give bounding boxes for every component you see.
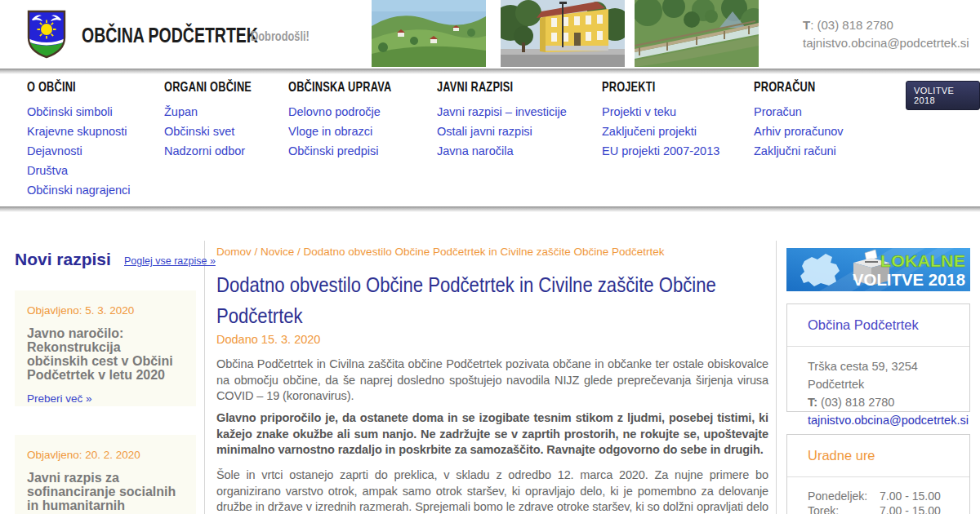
volitve-2018-button[interactable]: VOLITVE 2018 [906, 81, 980, 110]
nav-heading-proracun: PRORAČUN [754, 79, 844, 102]
nav-link-obcinski-svet[interactable]: Občinski svet [164, 122, 281, 141]
header-contact: T: (03) 818 2780 tajnistvo.obcina@podcet… [803, 16, 969, 52]
ballot-box-banner-art: LOKALNE VOLITVE 2018 [786, 248, 970, 291]
left-column-separator [204, 241, 205, 514]
breadcrumb-novice-link[interactable]: Novice [261, 246, 294, 258]
header-divider [0, 69, 980, 74]
breadcrumb: Domov / Novice / Dodatno obvestilo Občin… [216, 246, 665, 258]
nav-heading-javni-razpisi: JAVNI RAZPISI [437, 79, 567, 102]
nav-link-obcinski-nagrajenci[interactable]: Občinski nagrajenci [27, 180, 131, 200]
nav-link-dejavnosti[interactable]: Dejavnosti [27, 141, 131, 161]
office-hours-box: Uradne ure Ponedeljek: 7.00 - 15.00 Tore… [786, 434, 970, 514]
article-title: Dodatno obvestilo Občine Podčetrtek in C… [216, 269, 716, 331]
article-date: Dodano 15. 3. 2020 [216, 333, 320, 346]
nav-heading-o-obcini: O OBČINI [27, 79, 131, 102]
office-hours-row: Ponedeljek: 7.00 - 15.00 [808, 490, 961, 504]
news-card-2[interactable]: Objavljeno: 20. 2. 2020 Javni razpis za … [15, 435, 196, 514]
nav-link-zupan[interactable]: Župan [164, 102, 281, 122]
right-column-separator [776, 241, 777, 514]
breadcrumb-home-link[interactable]: Domov [216, 246, 252, 258]
breadcrumb-current: Dodatno obvestilo Občine Podčetrtek in C… [304, 246, 665, 258]
coat-of-arms-icon [27, 10, 66, 60]
contact-email-link[interactable]: tajnistvo.obcina@podcetrtek.si [808, 411, 961, 429]
header-photo-river [635, 0, 759, 67]
nav-column-proracun: PRORAČUN Proračun Arhiv proračunov Zaklj… [754, 79, 844, 161]
header-email: tajnistvo.obcina@podcetrtek.si [803, 34, 969, 52]
nav-link-krajevne-skupnosti[interactable]: Krajevne skupnosti [27, 122, 131, 141]
header-photo-building [501, 0, 625, 67]
lokalne-volitve-banner[interactable]: LOKALNE VOLITVE 2018 [786, 248, 970, 291]
office-hours-title: Uradne ure [787, 435, 969, 477]
news-card-1[interactable]: Objavljeno: 5. 3. 2020 Javno naročilo: R… [15, 290, 196, 406]
nav-link-obcinski-predpisi[interactable]: Občinski predpisi [288, 141, 426, 161]
banner-line2: VOLITVE 2018 [853, 270, 965, 289]
article-paragraph-2: Glavno priporočilo je, da ostanete doma … [216, 410, 768, 459]
nav-column-obcinska-uprava: OBČINSKA UPRAVA Delovno področje Vloge i… [288, 79, 426, 161]
contact-address: Trška cesta 59, 3254 Podčetrtek [808, 357, 961, 393]
header-photo-hills [372, 0, 486, 67]
nav-link-zakljucni-racuni[interactable]: Zaključni računi [754, 141, 844, 161]
nav-divider [0, 206, 980, 212]
municipality-logo[interactable] [27, 10, 66, 60]
nav-heading-organi-obcine: ORGANI OBČINE [164, 79, 281, 102]
nav-column-projekti: PROJEKTI Projekti v teku Zaključeni proj… [602, 79, 719, 161]
news-title: Javno naročilo: Rekonstrukcija občinskih… [27, 326, 184, 382]
contact-box-body: Trška cesta 59, 3254 Podčetrtek T: (03) … [787, 347, 969, 441]
nav-column-javni-razpisi: JAVNI RAZPISI Javni razpisi – investicij… [437, 79, 567, 161]
view-all-razpisi-link[interactable]: Poglej vse razpise » [124, 255, 216, 267]
nav-link-ostali-javni-razpisi[interactable]: Ostali javni razpisi [437, 122, 567, 141]
news-published-date: Objavljeno: 5. 3. 2020 [27, 304, 184, 317]
contact-phone: T: (03) 818 2780 [808, 393, 961, 411]
municipality-contact-box: Občina Podčetrtek Trška cesta 59, 3254 P… [786, 304, 970, 412]
nav-link-nadzorni-odbor[interactable]: Nadzorni odbor [164, 141, 281, 161]
article-paragraph-1: Občina Podčetrtek in Civilna zaščita obč… [216, 357, 768, 405]
header-phone: T: (03) 818 2780 [803, 16, 969, 34]
nav-link-zakljuceni-projekti[interactable]: Zaključeni projekti [602, 122, 719, 141]
nav-link-projekti-v-teku[interactable]: Projekti v teku [602, 102, 719, 122]
nav-column-o-obcini: O OBČINI Občinski simboli Krajevne skupn… [27, 79, 131, 200]
nav-heading-obcinska-uprava: OBČINSKA UPRAVA [288, 79, 426, 102]
sidebar-news-title: Novi razpisi [15, 250, 111, 269]
nav-link-javni-razpisi-investicije[interactable]: Javni razpisi – investicije [437, 102, 567, 122]
nav-link-obcinski-simboli[interactable]: Občinski simboli [27, 102, 131, 122]
office-hours-row: Torek: 7.00 - 15.00 [808, 504, 961, 514]
nav-link-proracun[interactable]: Proračun [754, 102, 844, 122]
nav-heading-projekti: PROJEKTI [602, 79, 719, 102]
article-paragraph-3: Šole in vrtci ostanejo zaprti do preklic… [216, 467, 768, 514]
office-hours-body: Ponedeljek: 7.00 - 15.00 Torek: 7.00 - 1… [787, 477, 969, 514]
welcome-text: Dobrodošli! [251, 29, 324, 44]
read-more-link[interactable]: Preberi več » [27, 392, 92, 405]
nav-link-vloge-in-obrazci[interactable]: Vloge in obrazci [288, 122, 426, 141]
banner-line1: LOKALNE [880, 251, 965, 270]
contact-box-title[interactable]: Občina Podčetrtek [787, 304, 969, 347]
nav-link-drustva[interactable]: Društva [27, 161, 131, 180]
nav-link-javna-narocila[interactable]: Javna naročila [437, 141, 567, 161]
nav-link-delovno-podrocje[interactable]: Delovno področje [288, 102, 426, 122]
news-published-date: Objavljeno: 20. 2. 2020 [27, 449, 184, 461]
nav-link-arhiv-proracunov[interactable]: Arhiv proračunov [754, 122, 844, 141]
nav-link-eu-projekti[interactable]: EU projekti 2007-2013 [602, 141, 719, 161]
nav-column-organi-obcine: ORGANI OBČINE Župan Občinski svet Nadzor… [164, 79, 281, 161]
news-title: Javni razpis za sofinanciranje socialnih… [27, 471, 184, 514]
